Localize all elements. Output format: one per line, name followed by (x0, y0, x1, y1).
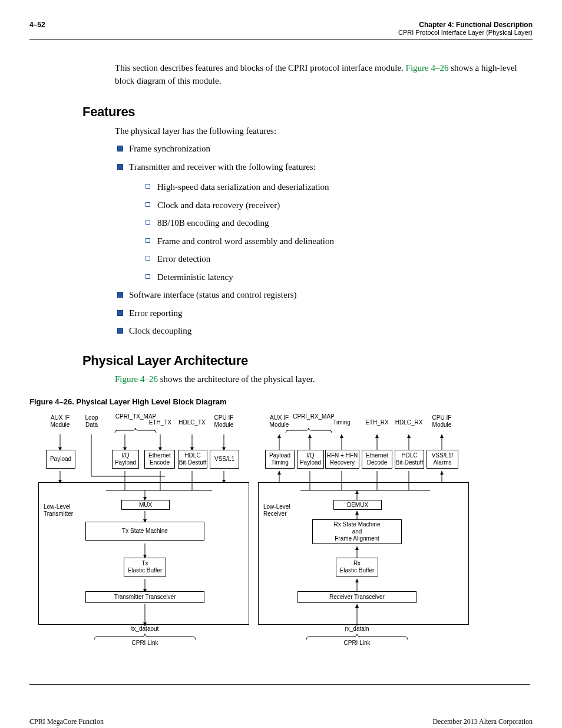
figure-link[interactable]: Figure 4–26 (115, 374, 158, 384)
list-item: Error reporting (115, 307, 533, 320)
intro-paragraph: This section describes features and bloc… (115, 62, 533, 88)
page-footer: CPRI MegaCore Function User Guide Decemb… (29, 717, 533, 728)
page-number: 4–52 (29, 21, 45, 36)
page-header: 4–52 Chapter 4: Functional Description C… (29, 21, 533, 39)
list-item: Deterministic latency (129, 271, 533, 284)
list-item: Frame and control word assembly and deli… (129, 235, 533, 248)
list-item: Frame synchronization (115, 142, 533, 156)
list-item: Software interface (status and control r… (115, 288, 533, 302)
list-item: Clock and data recovery (receiver) (129, 199, 533, 212)
list-item: Error detection (129, 252, 533, 266)
section-label: CPRI Protocol Interface Layer (Physical … (398, 29, 533, 36)
list-item: Transmitter and receiver with the follow… (115, 160, 533, 284)
figure-title: Figure 4–26. Physical Layer High Level B… (29, 397, 533, 406)
list-item: Clock decoupling (115, 324, 533, 338)
figure-link[interactable]: Figure 4–26 (406, 63, 449, 73)
chapter-label: Chapter 4: Functional Description (398, 21, 533, 29)
arch-paragraph: Figure 4–26 shows the architecture of th… (115, 373, 533, 386)
footer-right: December 2013 Altera Corporation (432, 717, 533, 728)
footer-left1: CPRI MegaCore Function (29, 717, 104, 726)
features-list: The physical layer has the following fea… (115, 124, 533, 338)
list-item: High-speed data serialization and deseri… (129, 180, 533, 194)
arch-heading: Physical Layer Architecture (82, 353, 533, 368)
list-item: 8B/10B encoding and decoding (129, 216, 533, 230)
block-diagram: AUX IFModule LoopData CPRI_TX_MAP ETH_TX… (29, 414, 530, 685)
features-heading: Features (82, 104, 533, 120)
